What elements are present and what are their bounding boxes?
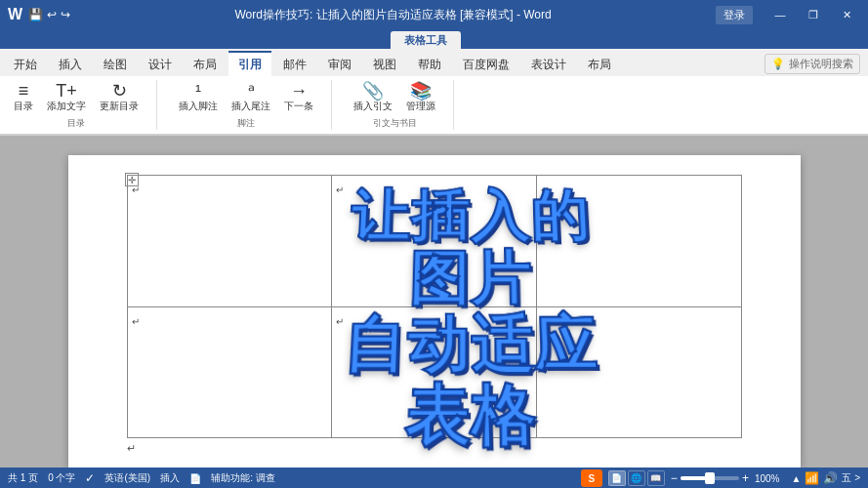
ribbon-tab-list: 开始 插入 绘图 设计 布局 引用 邮件 审阅 视图 帮助 百度网盘 表设计 布… xyxy=(0,49,868,76)
update-toc-icon: ↻ xyxy=(112,82,127,100)
title-bar-left: W 💾 ↩ ↪ xyxy=(8,6,70,23)
page-indicator: 📄 xyxy=(189,473,201,484)
restore-button[interactable]: ❐ xyxy=(800,5,827,24)
insert-citation-button[interactable]: 📎 插入引文 xyxy=(348,80,398,115)
toc-group-label: 目录 xyxy=(67,117,85,130)
zoom-out-button[interactable]: − xyxy=(671,471,678,485)
app-logo-icon: W xyxy=(8,6,22,23)
paragraph-mark: ↵ xyxy=(336,316,344,327)
taskbar-area: ▲ 📶 🔊 五 > xyxy=(791,471,860,485)
citations-group-label: 引文与书目 xyxy=(373,117,417,130)
table-cell-1-0[interactable]: ↵ xyxy=(127,306,332,438)
doc-paragraph-mark: ↵ xyxy=(127,442,742,455)
quick-access-toolbar: 💾 ↩ ↪ xyxy=(28,8,70,21)
status-bar-left: 共 1 页 0 个字 ✓ 英语(美国) 插入 📄 辅助功能: 调查 xyxy=(8,471,275,485)
document-area: ✛ ↵ ↵ ↵ ↵ ↵ ↵ ↵ 让插入的图片自动适应表格 xyxy=(0,136,868,468)
endnote-icon: ᵃ xyxy=(248,82,255,100)
ribbon-content: ≡ 目录 T+ 添加文字 ↻ 更新目录 目录 ¹ 插入脚注 xyxy=(0,76,868,135)
tab-table-layout[interactable]: 布局 xyxy=(578,51,621,76)
paragraph-mark: ↵ xyxy=(541,316,549,327)
word-table: ↵ ↵ ↵ ↵ ↵ ↵ xyxy=(127,175,742,438)
insert-footnote-button[interactable]: ¹ 插入脚注 xyxy=(173,80,224,115)
table-cell-0-2[interactable]: ↵ xyxy=(536,176,741,307)
ribbon-search-box[interactable]: 💡 操作说明搜索 xyxy=(765,54,860,74)
arrow-up-icon[interactable]: ▲ xyxy=(791,473,801,484)
tab-references[interactable]: 引用 xyxy=(228,51,271,76)
zoom-in-button[interactable]: + xyxy=(742,471,749,485)
tab-draw[interactable]: 绘图 xyxy=(94,51,137,76)
accessibility-label[interactable]: 辅助功能: 调查 xyxy=(211,471,275,485)
login-button[interactable]: 登录 xyxy=(716,6,753,24)
tab-layout[interactable]: 布局 xyxy=(184,51,227,76)
ribbon: 开始 插入 绘图 设计 布局 引用 邮件 审阅 视图 帮助 百度网盘 表设计 布… xyxy=(0,49,868,136)
sogou-input-icon[interactable]: S xyxy=(581,469,602,487)
tab-insert[interactable]: 插入 xyxy=(49,51,92,76)
insert-endnote-button[interactable]: ᵃ 插入尾注 xyxy=(226,80,276,115)
page-count: 共 1 页 xyxy=(8,471,38,485)
status-bar-right: S 📄 🌐 📖 − + 100% ▲ 📶 🔊 五 > xyxy=(581,469,860,487)
tab-home[interactable]: 开始 xyxy=(4,51,47,76)
update-toc-button[interactable]: ↻ 更新目录 xyxy=(94,80,145,115)
tab-design[interactable]: 设计 xyxy=(139,51,182,76)
zoom-handle[interactable] xyxy=(705,472,715,484)
insert-mode-indicator[interactable]: 插入 xyxy=(160,471,180,485)
next-footnote-button[interactable]: → 下一条 xyxy=(278,80,319,115)
char-count: 0 个字 xyxy=(48,471,75,485)
add-text-icon: T+ xyxy=(56,82,77,100)
close-button[interactable]: ✕ xyxy=(833,5,860,24)
spell-check-icon[interactable]: ✓ xyxy=(85,471,95,485)
ribbon-group-footnotes: ¹ 插入脚注 ᵃ 插入尾注 → 下一条 脚注 xyxy=(173,80,332,130)
citation-icon: 📎 xyxy=(362,82,384,100)
toc-icon: ≡ xyxy=(19,82,29,100)
web-layout-button[interactable]: 🌐 xyxy=(628,470,645,486)
paragraph-mark: ↵ xyxy=(132,316,140,327)
context-tab-bar: 表格工具 xyxy=(0,29,868,49)
toc-button[interactable]: ≡ 目录 xyxy=(8,80,39,115)
clock: 五 > xyxy=(842,471,860,485)
tab-view[interactable]: 视图 xyxy=(363,51,406,76)
table-cell-0-0[interactable]: ↵ xyxy=(127,176,332,307)
tab-help[interactable]: 帮助 xyxy=(408,51,451,76)
status-bar: 共 1 页 0 个字 ✓ 英语(美国) 插入 📄 辅助功能: 调查 S 📄 🌐 … xyxy=(0,468,868,488)
redo-icon[interactable]: ↪ xyxy=(61,8,70,21)
minimize-button[interactable]: — xyxy=(766,5,794,24)
ribbon-group-citations: 📎 插入引文 📚 管理源 引文与书目 xyxy=(348,80,454,130)
print-layout-button[interactable]: 📄 xyxy=(608,470,626,486)
paragraph-mark: ↵ xyxy=(541,184,549,195)
context-tab-table-tools[interactable]: 表格工具 xyxy=(391,31,461,49)
paragraph-mark: ↵ xyxy=(132,184,140,195)
manage-sources-button[interactable]: 📚 管理源 xyxy=(400,80,441,115)
tab-table-design[interactable]: 表设计 xyxy=(521,51,576,76)
read-mode-button[interactable]: 📖 xyxy=(647,470,665,486)
tab-review[interactable]: 审阅 xyxy=(318,51,361,76)
title-bar: W 💾 ↩ ↪ Word操作技巧: 让插入的图片自动适应表格 [兼容模式] - … xyxy=(0,0,868,29)
language-indicator[interactable]: 英语(美国) xyxy=(104,471,150,485)
table-cell-1-1[interactable]: ↵ xyxy=(332,306,537,438)
save-icon[interactable]: 💾 xyxy=(28,8,43,21)
next-footnote-icon: → xyxy=(290,82,308,100)
table-cell-0-1[interactable]: ↵ xyxy=(332,176,537,307)
tab-mailings[interactable]: 邮件 xyxy=(273,51,316,76)
search-label: 操作说明搜索 xyxy=(789,57,853,71)
footnotes-group-label: 脚注 xyxy=(237,117,255,130)
zoom-level-label[interactable]: 100% xyxy=(755,473,780,484)
table-cell-1-2[interactable]: ↵ xyxy=(536,306,741,438)
search-lightbulb-icon: 💡 xyxy=(771,58,785,70)
undo-icon[interactable]: ↩ xyxy=(47,8,57,21)
footnote-icon: ¹ xyxy=(195,82,201,100)
view-mode-buttons: 📄 🌐 📖 xyxy=(608,470,665,486)
volume-icon[interactable]: 🔊 xyxy=(823,471,838,485)
window-title: Word操作技巧: 让插入的图片自动适应表格 [兼容模式] - Word xyxy=(70,7,716,23)
tab-baidu[interactable]: 百度网盘 xyxy=(453,51,519,76)
document-table: ↵ ↵ ↵ ↵ ↵ ↵ ↵ xyxy=(127,175,742,438)
zoom-slider[interactable]: − + xyxy=(671,471,749,485)
ribbon-group-toc: ≡ 目录 T+ 添加文字 ↻ 更新目录 目录 xyxy=(8,80,157,130)
add-text-button[interactable]: T+ 添加文字 xyxy=(41,80,92,115)
paragraph-mark: ↵ xyxy=(336,184,344,195)
sources-icon: 📚 xyxy=(410,82,432,100)
wifi-icon[interactable]: 📶 xyxy=(805,471,819,485)
document-page: ✛ ↵ ↵ ↵ ↵ ↵ ↵ ↵ 让插入的图片自动适应表格 xyxy=(68,155,801,468)
zoom-bar xyxy=(681,476,739,480)
